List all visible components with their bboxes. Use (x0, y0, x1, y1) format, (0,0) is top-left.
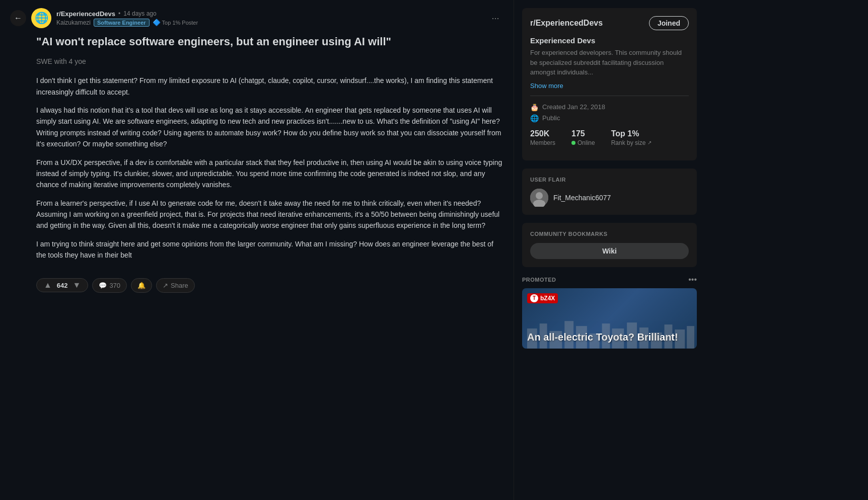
wiki-button[interactable]: Wiki (530, 243, 689, 259)
user-flair-name[interactable]: Fit_Mechanic6077 (553, 194, 611, 202)
ad-brand-badge: T bZ4X (527, 293, 558, 303)
community-title: Experienced Devs (530, 36, 689, 45)
post-paragraph-1: I don't think I get this statement? From… (36, 75, 503, 98)
svg-rect-10 (612, 328, 624, 349)
post-meta: r/ExperiencedDevs • 14 days ago Kaizukam… (56, 10, 482, 27)
svg-rect-15 (675, 329, 685, 349)
online-stat: 175 Online (571, 129, 595, 146)
promoted-more-button[interactable]: ••• (688, 275, 697, 284)
post-meta-top: r/ExperiencedDevs • 14 days ago (56, 10, 482, 18)
downvote-button[interactable]: ▼ (71, 281, 83, 290)
rank-label[interactable]: Rank by size ↗ (611, 139, 652, 146)
visibility-label: Public (542, 114, 560, 122)
online-count: 175 (571, 129, 595, 138)
community-description: For experienced developers. This communi… (530, 48, 689, 77)
subreddit-info-card: r/ExperiencedDevs Joined Experienced Dev… (522, 8, 697, 160)
user-flair-title: USER FLAIR (530, 177, 689, 183)
members-stat: 250K Members (530, 129, 555, 146)
user-flair-card: USER FLAIR Fit_Mechanic6077 (522, 169, 697, 215)
time-separator: • (118, 10, 120, 17)
post-body: SWE with 4 yoe I don't think I get this … (0, 56, 514, 274)
vote-count: 642 (54, 282, 71, 289)
promoted-header: PROMOTED ••• (522, 275, 697, 284)
sidebar: r/ExperiencedDevs Joined Experienced Dev… (514, 0, 705, 500)
post-subtitle: SWE with 4 yoe (36, 56, 503, 67)
post-time: 14 days ago (123, 10, 156, 17)
share-button[interactable]: ↗ Share (156, 278, 195, 293)
comment-count: 370 (109, 282, 120, 289)
author-flair: Software Engineer (94, 19, 150, 27)
vote-group: ▲ 642 ▼ (36, 278, 88, 292)
star-icon: 🔷 (153, 19, 161, 26)
external-link-icon: ↗ (647, 140, 652, 145)
svg-rect-7 (576, 326, 587, 349)
upvote-button[interactable]: ▲ (42, 281, 54, 290)
ad-image: T bZ4X (522, 288, 697, 349)
comment-icon: 💬 (99, 282, 107, 289)
svg-point-1 (536, 192, 543, 199)
ad-card[interactable]: T bZ4X (522, 288, 697, 349)
online-label: Online (571, 139, 595, 146)
post-paragraph-3: From a UX/DX perspective, if a dev is co… (36, 157, 503, 191)
joined-button[interactable]: Joined (649, 16, 689, 30)
post-paragraph-2: I always had this notion that it's a too… (36, 105, 503, 150)
svg-rect-4 (540, 323, 547, 349)
promoted-section: PROMOTED ••• T bZ4X (522, 275, 697, 349)
bell-icon: 🔔 (137, 282, 146, 289)
created-info: 🎂 Created Jan 22, 2018 (530, 103, 689, 111)
svg-rect-11 (627, 322, 637, 349)
more-options-button[interactable]: ··· (487, 10, 503, 26)
members-label: Members (530, 139, 555, 146)
share-icon: ↗ (163, 282, 168, 289)
user-avatar (530, 189, 548, 207)
divider-1 (530, 96, 689, 96)
post-header: ← 🌐 r/ExperiencedDevs • 14 days ago Kaiz… (0, 0, 514, 32)
top-poster-badge: 🔷 Top 1% Poster (153, 19, 198, 26)
community-info: 🎂 Created Jan 22, 2018 🌐 Public (530, 103, 689, 122)
rank-value: Top 1% (611, 129, 652, 138)
cake-icon: 🎂 (530, 103, 538, 111)
rank-stat: Top 1% Rank by size ↗ (611, 129, 652, 146)
back-button[interactable]: ← (10, 10, 26, 26)
toyota-icon: T (530, 294, 538, 302)
share-label: Share (171, 282, 188, 289)
comment-button[interactable]: 💬 370 (92, 278, 127, 293)
sidebar-subreddit-name[interactable]: r/ExperiencedDevs (530, 19, 603, 28)
post-meta-bottom: Kaizukamezi Software Engineer 🔷 Top 1% P… (56, 19, 482, 27)
stats-row: 250K Members 175 Online Top 1% Rank by s… (530, 129, 689, 146)
notification-button[interactable]: 🔔 (131, 278, 152, 293)
svg-rect-5 (550, 331, 562, 349)
svg-rect-8 (590, 334, 600, 349)
svg-rect-9 (602, 323, 610, 349)
post-title: "AI won't replace software engineers, bu… (0, 32, 514, 56)
svg-rect-16 (687, 326, 694, 349)
online-dot (571, 141, 575, 145)
svg-rect-14 (665, 324, 673, 349)
ad-brand-name: bZ4X (540, 295, 555, 302)
author-name[interactable]: Kaizukamezi (56, 19, 91, 26)
members-count: 250K (530, 129, 555, 138)
user-flair-row: Fit_Mechanic6077 (530, 189, 689, 207)
community-bookmarks-card: COMMUNITY BOOKMARKS Wiki (522, 223, 697, 267)
post-actions: ▲ 642 ▼ 💬 370 🔔 ↗ Share (0, 274, 514, 301)
sidebar-header: r/ExperiencedDevs Joined (530, 16, 689, 30)
globe-icon: 🌐 (530, 114, 538, 122)
subreddit-avatar: 🌐 (31, 8, 51, 28)
post-paragraph-4: From a learner's perspective, if I use A… (36, 198, 503, 231)
subreddit-name[interactable]: r/ExperiencedDevs (56, 10, 115, 18)
svg-rect-12 (639, 327, 648, 349)
svg-rect-13 (651, 332, 662, 349)
show-more-link[interactable]: Show more (530, 82, 563, 90)
promoted-label: PROMOTED (522, 277, 556, 283)
bookmarks-title: COMMUNITY BOOKMARKS (530, 231, 689, 237)
visibility-info: 🌐 Public (530, 114, 689, 122)
svg-rect-3 (527, 328, 537, 349)
svg-rect-6 (564, 321, 573, 349)
post-paragraph-5: I am trying to think straight here and g… (36, 238, 503, 261)
created-label: Created Jan 22, 2018 (542, 103, 605, 111)
